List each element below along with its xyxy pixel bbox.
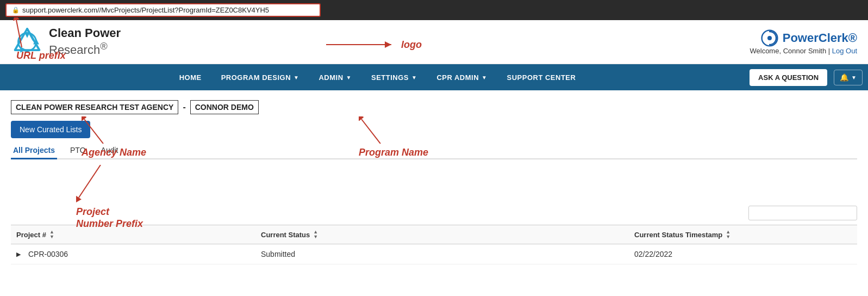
cpr-logo: Clean Power Research® xyxy=(11,26,121,58)
col-project-header: Project # ▲▼ xyxy=(16,230,261,239)
bell-icon: 🔔 xyxy=(840,73,849,82)
nav-cpr-admin[interactable]: CPR ADMIN ▼ xyxy=(427,64,497,90)
welcome-text: Welcome, Connor Smith | Log Out xyxy=(750,47,857,55)
lock-icon: 🔒 xyxy=(12,7,20,14)
nav-items: HOME PROGRAM DESIGN ▼ ADMIN ▼ SETTINGS ▼… xyxy=(5,64,750,90)
status-sort-arrows[interactable]: ▲▼ xyxy=(313,230,318,239)
url-bar[interactable]: 🔒 support.powerclerk.com//MvcProjects/Pr… xyxy=(5,3,321,17)
svg-marker-1 xyxy=(26,33,29,36)
row-expand-arrow[interactable]: ▶ xyxy=(16,251,21,258)
logout-link[interactable]: Log Out xyxy=(832,47,857,55)
admin-dropdown-arrow: ▼ xyxy=(346,75,352,81)
timestamp-sort-arrows[interactable]: ▲▼ xyxy=(726,230,730,239)
logo-annotation: logo xyxy=(401,39,422,51)
search-input[interactable] xyxy=(748,206,857,220)
ask-question-button[interactable]: ASK A QUESTION xyxy=(750,69,827,86)
search-bar-row xyxy=(11,206,857,220)
program-design-dropdown-arrow: ▼ xyxy=(294,75,299,81)
nav-home[interactable]: HOME xyxy=(170,64,211,90)
program-name: CONNOR DEMO xyxy=(190,100,259,114)
table-row: ▶ CPR-00306 Submitted 02/22/2022 xyxy=(11,244,857,264)
main-content: CLEAN POWER RESEARCH TEST AGENCY - CONNO… xyxy=(0,90,868,270)
logo-arrow xyxy=(326,36,397,53)
cpr-logo-line1: Clean Power xyxy=(49,26,121,40)
tab-audit[interactable]: Audit xyxy=(99,143,121,159)
cpr-logo-icon xyxy=(11,26,43,58)
nav-right: ASK A QUESTION 🔔 ▼ xyxy=(750,69,863,86)
cpr-admin-dropdown-arrow: ▼ xyxy=(482,75,487,81)
project-sort-arrows[interactable]: ▲▼ xyxy=(49,230,54,239)
cpr-logo-text: Clean Power Research® xyxy=(49,26,121,57)
nav-program-design[interactable]: PROGRAM DESIGN ▼ xyxy=(211,64,309,90)
svg-line-9 xyxy=(79,165,101,198)
powerclerk-brand: PowerClerk® Welcome, Connor Smith | Log … xyxy=(750,29,857,55)
powerclerk-name: PowerClerk® xyxy=(783,31,857,45)
page-header: URL prefix Clean Power xyxy=(0,20,868,64)
powerclerk-icon xyxy=(761,29,778,47)
svg-marker-2 xyxy=(35,40,38,44)
nav-settings[interactable]: SETTINGS ▼ xyxy=(361,64,427,90)
col-status-header: Current Status ▲▼ xyxy=(261,230,634,239)
action-row: New Curated Lists xyxy=(11,121,857,138)
breadcrumb-separator: - xyxy=(183,102,185,112)
table-header: Project # ▲▼ Current Status ▲▼ Current S… xyxy=(11,225,857,244)
cpr-logo-line2: Research® xyxy=(49,40,121,57)
tab-all-projects[interactable]: All Projects xyxy=(11,143,57,159)
tabs-row: All Projects PTO Audit xyxy=(11,143,857,159)
notifications-button[interactable]: 🔔 ▼ xyxy=(834,70,863,85)
tab-pto[interactable]: PTO xyxy=(68,143,88,159)
breadcrumb-row: CLEAN POWER RESEARCH TEST AGENCY - CONNO… xyxy=(11,100,857,114)
nav-admin[interactable]: ADMIN ▼ xyxy=(309,64,361,90)
svg-marker-3 xyxy=(21,48,24,51)
svg-point-6 xyxy=(767,36,772,40)
current-status-cell: Submitted xyxy=(261,250,634,258)
bell-dropdown-arrow: ▼ xyxy=(851,75,857,81)
agency-name: CLEAN POWER RESEARCH TEST AGENCY xyxy=(11,100,178,114)
col-timestamp-header: Current Status Timestamp ▲▼ xyxy=(634,230,852,239)
address-bar: 🔒 support.powerclerk.com//MvcProjects/Pr… xyxy=(0,0,868,20)
project-number-cell: ▶ CPR-00306 xyxy=(16,250,261,258)
settings-dropdown-arrow: ▼ xyxy=(411,75,417,81)
powerclerk-logo: PowerClerk® xyxy=(761,29,857,47)
navbar: HOME PROGRAM DESIGN ▼ ADMIN ▼ SETTINGS ▼… xyxy=(0,64,868,90)
project-prefix-arrow xyxy=(76,165,125,203)
url-text: support.powerclerk.com//MvcProjects/Proj… xyxy=(22,6,269,14)
project-number-annotation-area: ProjectNumber Prefix xyxy=(11,165,857,206)
nav-support-center[interactable]: SUPPORT CENTER xyxy=(497,64,585,90)
timestamp-cell: 02/22/2022 xyxy=(634,250,852,258)
new-curated-lists-button[interactable]: New Curated Lists xyxy=(11,121,90,138)
